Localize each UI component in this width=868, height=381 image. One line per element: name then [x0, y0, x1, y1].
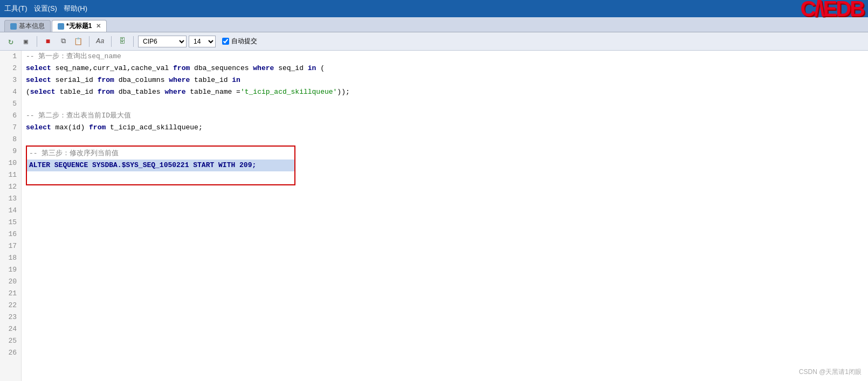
line4-close: ));: [337, 86, 349, 98]
toolbar-sep3: [111, 36, 112, 47]
line3-select: select: [26, 74, 51, 86]
save-button[interactable]: ▣: [19, 35, 32, 48]
line-num-13: 13: [0, 193, 21, 205]
line-num-17: 17: [0, 240, 21, 252]
code-line-12: [26, 186, 868, 198]
tab-untitled[interactable]: *无标题1 ✕: [52, 20, 107, 32]
code-line-11: [27, 171, 294, 183]
size-selector[interactable]: 14 12 16: [189, 36, 216, 47]
save-icon: ▣: [24, 37, 28, 46]
code-line-5: [26, 98, 868, 110]
tab-close-icon[interactable]: ✕: [96, 23, 101, 30]
code-line-13: [26, 198, 868, 210]
line-num-9: 9: [0, 146, 21, 157]
line3-table: dba_columns: [114, 74, 169, 86]
tab-basic[interactable]: 基本信息: [4, 20, 51, 32]
code-line-26: [26, 352, 868, 364]
watermark: CSDN @天黑请1闭眼: [799, 368, 862, 377]
title-menus: 工具(T) 设置(S) 帮助(H): [4, 4, 87, 13]
format-button[interactable]: Aa: [94, 35, 107, 48]
line3-from: from: [98, 74, 114, 86]
menu-settings[interactable]: 设置(S): [34, 4, 57, 13]
toolbar-sep4: [133, 36, 134, 47]
line3-where: where: [169, 74, 190, 86]
code-line-7: select max(id) from t_icip_acd_skillqueu…: [26, 122, 868, 134]
line-num-12: 12: [0, 181, 21, 193]
code-line-19: [26, 269, 868, 281]
line-num-1: 1: [0, 51, 21, 63]
tab-untitled-icon: [58, 23, 64, 30]
stop-button[interactable]: ■: [42, 35, 54, 48]
app-logo: C/\EDB: [800, 0, 864, 20]
db-button[interactable]: 🗄: [116, 35, 129, 48]
line4-from: from: [98, 86, 114, 98]
line4-paren: (: [26, 86, 30, 98]
code-line-8: [26, 134, 868, 146]
line-num-22: 22: [0, 300, 21, 311]
line9-comment: -- 第三步：修改序列当前值: [29, 148, 119, 160]
line-num-19: 19: [0, 264, 21, 276]
line-num-11: 11: [0, 169, 21, 181]
line-num-24: 24: [0, 323, 21, 335]
line2-paren: (: [316, 63, 325, 74]
line7-from: from: [89, 122, 106, 134]
line2-from: from: [173, 63, 190, 74]
line6-comment: -- 第二步：查出表当前ID最大值: [26, 110, 131, 122]
line4-str: 't_icip_acd_skillqueue': [240, 86, 337, 98]
format-icon: Aa: [96, 37, 105, 45]
line10-alter: ALTER SEQUENCE SYSDBA.$SYS_SEQ_1050221 S…: [29, 160, 256, 171]
code-line-18: [26, 258, 868, 269]
line4-col: table_id: [56, 86, 98, 98]
line4-cond: table_name =: [186, 86, 240, 98]
line7-select: select: [26, 122, 51, 134]
line-num-2: 2: [0, 63, 21, 74]
line3-in: in: [232, 74, 240, 86]
menu-tools[interactable]: 工具(T): [4, 4, 27, 13]
menu-help[interactable]: 帮助(H): [64, 4, 87, 13]
line-num-25: 25: [0, 335, 21, 347]
line-num-10: 10: [0, 157, 21, 169]
line-num-7: 7: [0, 122, 21, 134]
line-num-3: 3: [0, 74, 21, 86]
font-selector[interactable]: CIP6 Courier New: [138, 36, 187, 47]
logo-area: C/\EDB: [800, 0, 864, 19]
line-num-4: 4: [0, 86, 21, 98]
line-num-18: 18: [0, 252, 21, 264]
line-num-20: 20: [0, 276, 21, 288]
paste-button[interactable]: 📋: [72, 35, 85, 48]
line4-table: dba_tables: [114, 86, 165, 98]
paste-icon: 📋: [74, 37, 82, 46]
tab-basic-label: 基本信息: [19, 22, 45, 31]
line4-where: where: [164, 86, 185, 98]
code-line-6: -- 第二步：查出表当前ID最大值: [26, 110, 868, 122]
line2-where: where: [253, 63, 274, 74]
toolbar-sep1: [37, 36, 37, 47]
line3-col: serial_id: [51, 74, 98, 86]
code-line-16: [26, 234, 868, 246]
watermark-text: CSDN @天黑请1闭眼: [799, 368, 862, 376]
copy-button[interactable]: ⧉: [57, 35, 70, 48]
autocommit-checkbox[interactable]: [222, 38, 229, 45]
refresh-button[interactable]: ↻: [4, 35, 17, 48]
autocommit-text: 自动提交: [231, 37, 257, 46]
line2-select: select: [26, 63, 51, 74]
code-line-21: [26, 293, 868, 305]
db-icon: 🗄: [119, 37, 126, 45]
editor-area: 1 2 3 4 5 6 7 8 9 10 11 12 13 14 15 16 1…: [0, 51, 868, 381]
code-line-2: select seq_name,curr_val,cache_val from …: [26, 63, 868, 74]
title-bar: 工具(T) 设置(S) 帮助(H) C/\EDB: [0, 0, 868, 17]
line-num-5: 5: [0, 98, 21, 110]
code-line-25: [26, 341, 868, 352]
code-line-3: select serial_id from dba_columns where …: [26, 74, 868, 86]
line-num-26: 26: [0, 347, 21, 359]
code-line-22: [26, 305, 868, 317]
code-line-17: [26, 246, 868, 258]
stop-icon: ■: [46, 37, 50, 46]
refresh-icon: ↻: [8, 36, 13, 47]
line2-cols: seq_name,curr_val,cache_val: [51, 63, 173, 74]
line-numbers: 1 2 3 4 5 6 7 8 9 10 11 12 13 14 15 16 1…: [0, 51, 22, 381]
code-content[interactable]: -- 第一步：查询出seq_name select seq_name,curr_…: [22, 51, 868, 381]
autocommit-label[interactable]: 自动提交: [222, 37, 257, 46]
line-num-6: 6: [0, 110, 21, 122]
code-line-9: -- 第三步：修改序列当前值: [27, 148, 294, 160]
